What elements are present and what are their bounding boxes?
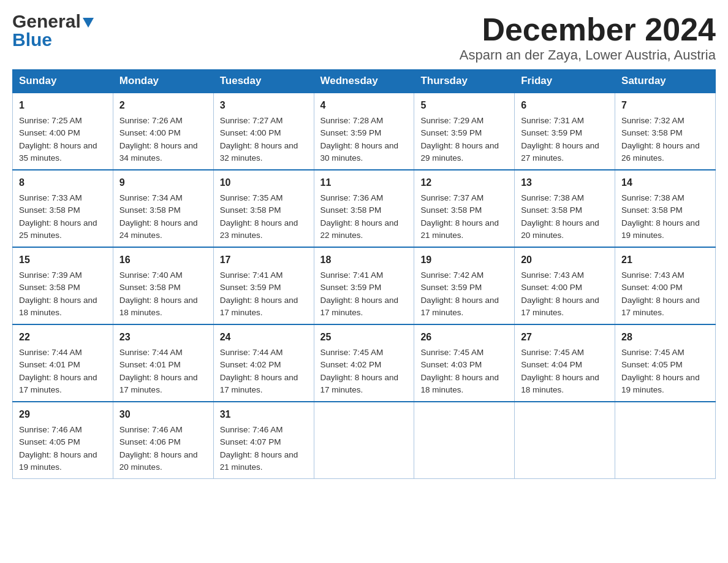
- daylight-text: Daylight: 8 hours and 27 minutes.: [521, 141, 599, 163]
- daylight-text: Daylight: 8 hours and 18 minutes.: [521, 373, 599, 394]
- daylight-text: Daylight: 8 hours and 22 minutes.: [320, 218, 399, 240]
- calendar-cell: 16Sunrise: 7:40 AMSunset: 3:58 PMDayligh…: [113, 247, 213, 324]
- calendar-cell: [515, 402, 615, 479]
- sunset-text: Sunset: 3:58 PM: [521, 205, 582, 215]
- calendar-cell: [414, 402, 515, 479]
- daylight-text: Daylight: 8 hours and 17 minutes.: [420, 296, 499, 317]
- calendar-cell: 8Sunrise: 7:33 AMSunset: 3:58 PMDaylight…: [13, 170, 113, 247]
- day-number: 26: [420, 330, 508, 345]
- calendar-cell: 26Sunrise: 7:45 AMSunset: 4:03 PMDayligh…: [414, 324, 515, 402]
- calendar-cell: 30Sunrise: 7:46 AMSunset: 4:06 PMDayligh…: [113, 402, 213, 479]
- sunset-text: Sunset: 4:00 PM: [119, 128, 181, 137]
- day-number: 25: [320, 330, 408, 345]
- day-number: 22: [19, 330, 107, 345]
- month-title: December 2024: [460, 12, 716, 47]
- day-number: 7: [621, 98, 709, 113]
- sunrise-text: Sunrise: 7:43 AM: [521, 270, 584, 280]
- sunset-text: Sunset: 4:01 PM: [119, 360, 181, 369]
- calendar-cell: 9Sunrise: 7:34 AMSunset: 3:58 PMDaylight…: [113, 170, 213, 247]
- calendar-week-4: 22Sunrise: 7:44 AMSunset: 4:01 PMDayligh…: [13, 324, 716, 402]
- sunrise-text: Sunrise: 7:34 AM: [119, 193, 183, 202]
- day-number: 17: [220, 253, 308, 267]
- day-number: 28: [621, 330, 709, 345]
- day-number: 1: [19, 98, 107, 113]
- day-number: 16: [119, 253, 207, 267]
- daylight-text: Daylight: 8 hours and 30 minutes.: [320, 141, 399, 163]
- day-number: 11: [320, 175, 408, 190]
- daylight-text: Daylight: 8 hours and 32 minutes.: [220, 141, 298, 163]
- sunset-text: Sunset: 3:58 PM: [621, 205, 683, 215]
- sunrise-text: Sunrise: 7:43 AM: [621, 270, 684, 280]
- day-number: 31: [220, 407, 308, 422]
- day-number: 30: [119, 407, 207, 422]
- daylight-text: Daylight: 8 hours and 25 minutes.: [19, 218, 97, 240]
- day-number: 2: [119, 98, 207, 113]
- calendar-cell: 28Sunrise: 7:45 AMSunset: 4:05 PMDayligh…: [615, 324, 716, 402]
- calendar-cell: [314, 402, 414, 479]
- day-number: 3: [220, 98, 308, 113]
- sunset-text: Sunset: 3:59 PM: [320, 283, 382, 292]
- calendar-header: SundayMondayTuesdayWednesdayThursdayFrid…: [13, 70, 716, 93]
- sunrise-text: Sunrise: 7:38 AM: [521, 193, 584, 202]
- calendar-cell: 17Sunrise: 7:41 AMSunset: 3:59 PMDayligh…: [213, 247, 314, 324]
- calendar-cell: 7Sunrise: 7:32 AMSunset: 3:58 PMDaylight…: [615, 93, 716, 170]
- day-number: 5: [420, 98, 508, 113]
- calendar-cell: [615, 402, 716, 479]
- sunset-text: Sunset: 3:58 PM: [19, 205, 80, 215]
- logo: General Blue: [12, 12, 94, 50]
- sunset-text: Sunset: 3:58 PM: [420, 205, 482, 215]
- daylight-text: Daylight: 8 hours and 23 minutes.: [220, 218, 298, 240]
- day-number: 9: [119, 175, 207, 190]
- sunset-text: Sunset: 4:02 PM: [320, 360, 382, 369]
- day-number: 15: [19, 253, 107, 267]
- calendar-cell: 20Sunrise: 7:43 AMSunset: 4:00 PMDayligh…: [515, 247, 615, 324]
- sunrise-text: Sunrise: 7:44 AM: [220, 348, 283, 357]
- sunrise-text: Sunrise: 7:44 AM: [19, 348, 82, 357]
- daylight-text: Daylight: 8 hours and 17 minutes.: [320, 296, 399, 317]
- sunrise-text: Sunrise: 7:33 AM: [19, 193, 82, 202]
- daylight-text: Daylight: 8 hours and 17 minutes.: [320, 373, 399, 394]
- calendar-week-3: 15Sunrise: 7:39 AMSunset: 3:58 PMDayligh…: [13, 247, 716, 324]
- day-number: 18: [320, 253, 408, 267]
- day-number: 4: [320, 98, 408, 113]
- sunrise-text: Sunrise: 7:31 AM: [521, 116, 584, 125]
- day-number: 19: [420, 253, 508, 267]
- sunset-text: Sunset: 3:59 PM: [420, 283, 482, 292]
- daylight-text: Daylight: 8 hours and 26 minutes.: [621, 141, 700, 163]
- sunrise-text: Sunrise: 7:37 AM: [420, 193, 483, 202]
- sunrise-text: Sunrise: 7:44 AM: [119, 348, 183, 357]
- sunset-text: Sunset: 4:00 PM: [621, 283, 683, 292]
- location: Asparn an der Zaya, Lower Austria, Austr…: [460, 47, 716, 63]
- sunrise-text: Sunrise: 7:27 AM: [220, 116, 283, 125]
- sunset-text: Sunset: 4:05 PM: [19, 437, 80, 446]
- daylight-text: Daylight: 8 hours and 21 minutes.: [220, 450, 298, 472]
- calendar-cell: 23Sunrise: 7:44 AMSunset: 4:01 PMDayligh…: [113, 324, 213, 402]
- calendar-cell: 24Sunrise: 7:44 AMSunset: 4:02 PMDayligh…: [213, 324, 314, 402]
- sunrise-text: Sunrise: 7:25 AM: [19, 116, 82, 125]
- sunrise-text: Sunrise: 7:45 AM: [420, 348, 483, 357]
- sunset-text: Sunset: 4:03 PM: [420, 360, 482, 369]
- day-number: 21: [621, 253, 709, 267]
- day-number: 8: [19, 175, 107, 190]
- sunrise-text: Sunrise: 7:35 AM: [220, 193, 283, 202]
- sunset-text: Sunset: 3:59 PM: [320, 128, 382, 137]
- sunset-text: Sunset: 4:06 PM: [119, 437, 181, 446]
- sunrise-text: Sunrise: 7:41 AM: [320, 270, 384, 280]
- calendar-cell: 31Sunrise: 7:46 AMSunset: 4:07 PMDayligh…: [213, 402, 314, 479]
- sunset-text: Sunset: 4:04 PM: [521, 360, 582, 369]
- calendar-cell: 27Sunrise: 7:45 AMSunset: 4:04 PMDayligh…: [515, 324, 615, 402]
- weekday-header-thursday: Thursday: [414, 70, 515, 93]
- calendar-cell: 19Sunrise: 7:42 AMSunset: 3:59 PMDayligh…: [414, 247, 515, 324]
- sunset-text: Sunset: 4:00 PM: [521, 283, 582, 292]
- calendar-cell: 21Sunrise: 7:43 AMSunset: 4:00 PMDayligh…: [615, 247, 716, 324]
- calendar-week-2: 8Sunrise: 7:33 AMSunset: 3:58 PMDaylight…: [13, 170, 716, 247]
- sunset-text: Sunset: 3:58 PM: [621, 128, 683, 137]
- daylight-text: Daylight: 8 hours and 24 minutes.: [119, 218, 198, 240]
- sunset-text: Sunset: 3:58 PM: [220, 205, 281, 215]
- calendar-cell: 13Sunrise: 7:38 AMSunset: 3:58 PMDayligh…: [515, 170, 615, 247]
- daylight-text: Daylight: 8 hours and 21 minutes.: [420, 218, 499, 240]
- sunrise-text: Sunrise: 7:39 AM: [19, 270, 82, 280]
- day-number: 6: [521, 98, 609, 113]
- daylight-text: Daylight: 8 hours and 34 minutes.: [119, 141, 198, 163]
- calendar-cell: 15Sunrise: 7:39 AMSunset: 3:58 PMDayligh…: [13, 247, 113, 324]
